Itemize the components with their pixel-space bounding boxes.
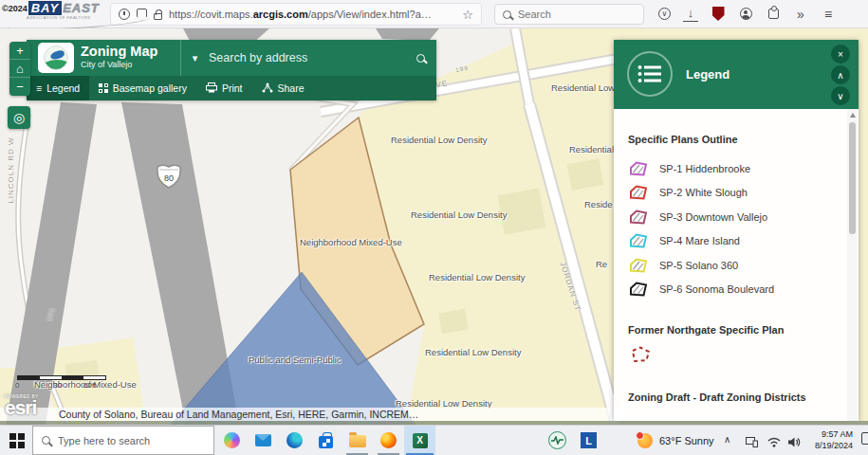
zone-label: Residential Low Density bbox=[411, 209, 507, 220]
taskbar-search[interactable] bbox=[32, 426, 214, 455]
taskbar-edge-icon[interactable] bbox=[279, 426, 310, 455]
weather-text: 63°F Sunny bbox=[659, 435, 714, 446]
printer-icon bbox=[206, 82, 217, 95]
legend-collapse-button[interactable]: ∧ bbox=[831, 65, 850, 84]
browser-search-input[interactable] bbox=[518, 9, 622, 20]
taskbar-search-input[interactable] bbox=[58, 435, 191, 446]
taskbar-weather[interactable]: 63°F Sunny bbox=[637, 426, 714, 455]
taskbar-firefox-icon[interactable] bbox=[373, 426, 404, 455]
legend-swatch-sp1 bbox=[628, 160, 649, 177]
esri-logo: Powered by esri bbox=[5, 394, 39, 416]
extensions-icon[interactable] bbox=[768, 9, 779, 19]
tray-l-app-icon[interactable]: L bbox=[581, 432, 597, 448]
search-icon bbox=[503, 10, 511, 19]
esri-wordmark: esri bbox=[5, 399, 39, 416]
app-subtitle: City of Vallejo bbox=[81, 60, 157, 69]
zone-label: Residential Low Density bbox=[429, 272, 525, 282]
weather-sun-icon bbox=[637, 433, 653, 448]
account-icon[interactable] bbox=[740, 8, 752, 20]
legend-section-heading: Zoning Draft - Draft Zoning Districts bbox=[628, 391, 841, 403]
tray-expand-icon[interactable]: ∧ bbox=[724, 434, 730, 445]
zone-label: Public and Semi-Public bbox=[249, 355, 342, 365]
screen: https://covit.maps.arcgis.com/apps/View/… bbox=[0, 0, 868, 455]
url-text: https://covit.maps.arcgis.com/apps/View/… bbox=[169, 9, 455, 20]
toolbar-share-button[interactable]: Share bbox=[252, 76, 314, 100]
map-canvas[interactable]: Residential Low Density Residential Low … bbox=[0, 28, 868, 425]
legend-list-icon: ≡ bbox=[36, 82, 42, 94]
app-header-main: Zoning Map City of Vallejo ▾ bbox=[27, 40, 436, 76]
downloads-icon[interactable]: ↓ bbox=[683, 7, 698, 22]
clock-time: 9:57 AM bbox=[800, 428, 853, 440]
wifi-icon[interactable] bbox=[767, 434, 781, 451]
legend-header: Legend × ∧ ∨ bbox=[614, 40, 859, 109]
legend-swatch-sp4 bbox=[628, 232, 649, 249]
zone-label: Residential Low bbox=[551, 82, 615, 93]
legend-item: SP-2 White Slough bbox=[628, 181, 841, 206]
legend-swatch-sp2 bbox=[628, 184, 649, 201]
legend-swatch-sp5 bbox=[628, 257, 649, 274]
tray-audio-app-icon[interactable] bbox=[548, 431, 566, 449]
scale-bar: 0 30 60ft bbox=[17, 375, 106, 390]
taskbar-explorer-icon[interactable] bbox=[342, 426, 373, 455]
browser-search-box[interactable] bbox=[494, 4, 644, 25]
toolbar-basemap-button[interactable]: Basemap gallery bbox=[89, 76, 196, 100]
legend-item: SP-3 Downtown Vallejo bbox=[628, 205, 841, 229]
lock-icon bbox=[154, 13, 162, 20]
watermark-bay: BAY bbox=[28, 1, 62, 15]
taskbar-copilot-icon[interactable] bbox=[216, 426, 248, 455]
legend-expand-button[interactable]: ∨ bbox=[831, 86, 850, 105]
adblock-icon[interactable] bbox=[712, 7, 725, 21]
taskbar-store-icon[interactable] bbox=[310, 426, 342, 455]
legend-item: SP-1 Hiddenbrooke bbox=[628, 156, 841, 181]
notifications-icon[interactable]: 1 bbox=[861, 432, 868, 445]
search-options-dropdown[interactable]: ▾ bbox=[180, 40, 209, 76]
browser-toolbar: https://covit.maps.arcgis.com/apps/View/… bbox=[0, 0, 868, 28]
device-icon[interactable] bbox=[746, 434, 758, 451]
share-icon bbox=[262, 82, 273, 95]
legend-swatch-northgate bbox=[628, 344, 653, 365]
address-search[interactable] bbox=[209, 40, 404, 76]
legend-swatch-sp3 bbox=[628, 209, 649, 226]
address-search-button[interactable] bbox=[404, 40, 436, 76]
legend-swatch-sp6 bbox=[628, 281, 649, 298]
basemap-grid-icon bbox=[99, 83, 108, 93]
watermark-year: ©2024 bbox=[2, 4, 28, 13]
start-button[interactable] bbox=[9, 433, 25, 448]
more-tools-icon[interactable]: » bbox=[793, 7, 808, 22]
home-button[interactable]: ⌂ bbox=[9, 60, 30, 78]
legend-body: Specific Plans Outline SP-1 Hiddenbrooke… bbox=[614, 109, 859, 421]
street-label-lincoln: LINCOLN RD W bbox=[7, 136, 15, 203]
scale-tick: 60ft bbox=[83, 381, 96, 390]
pocket-icon[interactable]: ∨ bbox=[658, 8, 671, 20]
locate-button[interactable]: ◎ bbox=[8, 106, 30, 129]
bookmark-star-icon[interactable]: ☆ bbox=[462, 9, 473, 21]
taskbar-clock[interactable]: 9:57 AM 8/19/2024 bbox=[800, 428, 853, 451]
city-logo bbox=[38, 43, 74, 73]
legend-panel: Legend × ∧ ∨ Specific Plans Outline SP-1… bbox=[614, 40, 859, 421]
watermark-east: EAST bbox=[63, 1, 100, 15]
taskbar: L 63°F Sunny ∧ 9:57 AM 8/19/2024 1 bbox=[0, 425, 868, 455]
zone-label: Reside bbox=[584, 199, 613, 209]
taskbar-excel-icon[interactable] bbox=[404, 426, 435, 455]
svg-text:80: 80 bbox=[164, 173, 174, 183]
taskbar-mail-icon[interactable] bbox=[248, 426, 279, 455]
clock-date: 8/19/2024 bbox=[800, 440, 853, 451]
legend-scrollbar[interactable] bbox=[847, 109, 858, 421]
menu-icon[interactable]: ≡ bbox=[821, 7, 836, 22]
legend-close-button[interactable]: × bbox=[831, 45, 850, 64]
zone-label: Residential Low Density bbox=[425, 347, 521, 357]
legend-title: Legend bbox=[686, 67, 729, 82]
legend-item: SP-5 Solano 360 bbox=[628, 253, 841, 278]
system-tray: L 63°F Sunny ∧ 9:57 AM 8/19/2024 1 bbox=[531, 426, 868, 455]
search-icon bbox=[42, 436, 50, 445]
map-bottom-strip bbox=[0, 421, 868, 425]
address-search-input[interactable] bbox=[209, 51, 404, 64]
url-bar[interactable]: https://covit.maps.arcgis.com/apps/View/… bbox=[110, 3, 482, 26]
toolbar-legend-button[interactable]: ≡ Legend bbox=[27, 76, 89, 100]
zone-label: Residential bbox=[569, 144, 614, 155]
zoom-out-button[interactable]: − bbox=[9, 78, 30, 96]
zoom-in-button[interactable]: + bbox=[9, 42, 30, 60]
map-attribution: County of Solano, Bureau of Land Managem… bbox=[0, 408, 626, 421]
toolbar-print-button[interactable]: Print bbox=[196, 76, 252, 100]
app-toolbar: ≡ Legend Basemap gallery Print Share bbox=[27, 76, 436, 100]
